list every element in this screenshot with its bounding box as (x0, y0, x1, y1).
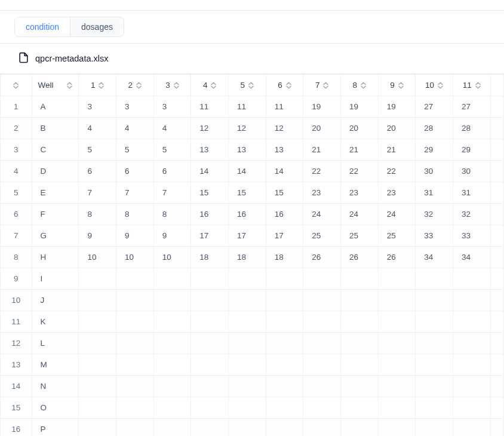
cell[interactable] (340, 311, 378, 333)
cell[interactable]: 34 (416, 247, 453, 268)
col-header-6[interactable]: 6 (266, 75, 303, 96)
cell[interactable] (153, 354, 191, 376)
cell[interactable] (416, 290, 453, 311)
cell-well[interactable]: B (32, 118, 79, 139)
cell-well[interactable]: K (32, 311, 79, 333)
sort-icon[interactable] (99, 82, 104, 89)
cell[interactable] (191, 397, 229, 419)
cell[interactable] (416, 419, 453, 437)
cell[interactable]: 23 (303, 182, 341, 204)
sort-icon[interactable] (136, 82, 142, 89)
cell[interactable] (191, 419, 229, 437)
cell[interactable] (153, 419, 191, 437)
cell[interactable]: 5 (79, 139, 116, 161)
cell[interactable] (153, 290, 191, 311)
cell[interactable]: 11 (266, 96, 303, 118)
cell[interactable]: 27 (453, 96, 490, 118)
cell-well[interactable]: E (32, 182, 79, 204)
cell[interactable] (191, 376, 229, 397)
cell[interactable]: 30 (453, 161, 490, 182)
cell[interactable] (303, 354, 341, 376)
cell-well[interactable]: C (32, 139, 79, 161)
cell[interactable]: 3 (153, 96, 191, 118)
cell[interactable] (116, 290, 154, 311)
cell[interactable] (416, 354, 453, 376)
cell[interactable]: 13 (191, 139, 229, 161)
cell[interactable]: 12 (266, 118, 303, 139)
cell[interactable]: 31 (416, 182, 453, 204)
cell[interactable]: 8 (116, 204, 154, 225)
cell[interactable]: 7 (116, 182, 154, 204)
cell-well[interactable]: O (32, 397, 79, 419)
cell[interactable] (191, 354, 229, 376)
cell[interactable] (116, 419, 154, 437)
cell[interactable] (79, 354, 116, 376)
cell[interactable]: 9 (79, 225, 116, 247)
cell[interactable] (303, 419, 341, 437)
cell[interactable]: 6 (153, 161, 191, 182)
cell[interactable] (153, 333, 191, 354)
cell[interactable]: 29 (416, 139, 453, 161)
cell[interactable]: 20 (378, 118, 416, 139)
cell[interactable]: 30 (416, 161, 453, 182)
cell[interactable]: 25 (340, 225, 378, 247)
cell[interactable] (453, 311, 490, 333)
cell[interactable] (116, 311, 154, 333)
cell[interactable]: 14 (229, 161, 266, 182)
cell[interactable] (303, 333, 341, 354)
col-header-7[interactable]: 7 (303, 75, 341, 96)
cell[interactable] (153, 311, 191, 333)
cell[interactable]: 22 (378, 161, 416, 182)
cell[interactable] (229, 376, 266, 397)
cell[interactable]: 22 (303, 161, 341, 182)
cell[interactable] (378, 397, 416, 419)
cell[interactable]: 32 (416, 204, 453, 225)
cell[interactable] (340, 290, 378, 311)
cell[interactable]: 20 (303, 118, 341, 139)
cell[interactable]: 29 (453, 139, 490, 161)
cell[interactable]: 9 (116, 225, 154, 247)
cell[interactable]: 3 (79, 96, 116, 118)
cell[interactable]: 4 (153, 118, 191, 139)
sort-icon[interactable] (323, 82, 328, 89)
cell-well[interactable]: L (32, 333, 79, 354)
cell[interactable]: 5 (116, 139, 154, 161)
cell[interactable] (378, 268, 416, 290)
cell[interactable] (303, 268, 341, 290)
cell[interactable] (266, 419, 303, 437)
cell[interactable]: 15 (191, 182, 229, 204)
sort-icon[interactable] (67, 82, 72, 89)
cell[interactable] (266, 268, 303, 290)
cell[interactable]: 11 (229, 96, 266, 118)
cell[interactable]: 4 (79, 118, 116, 139)
cell[interactable] (378, 311, 416, 333)
col-header-11[interactable]: 11 (453, 75, 490, 96)
cell[interactable] (266, 290, 303, 311)
cell[interactable] (79, 397, 116, 419)
cell[interactable]: 18 (229, 247, 266, 268)
cell-well[interactable]: N (32, 376, 79, 397)
cell[interactable]: 7 (153, 182, 191, 204)
cell[interactable]: 15 (266, 182, 303, 204)
cell[interactable]: 19 (340, 96, 378, 118)
cell[interactable] (453, 268, 490, 290)
cell[interactable]: 34 (453, 247, 490, 268)
tab-dosages[interactable]: dosages (70, 17, 124, 36)
cell[interactable] (116, 333, 154, 354)
sort-icon[interactable] (13, 82, 19, 89)
col-header-2[interactable]: 2 (116, 75, 154, 96)
sort-icon[interactable] (398, 82, 404, 89)
cell[interactable]: 21 (340, 139, 378, 161)
cell[interactable]: 21 (378, 139, 416, 161)
cell[interactable]: 24 (340, 204, 378, 225)
cell[interactable] (378, 333, 416, 354)
cell[interactable] (303, 311, 341, 333)
cell[interactable]: 23 (340, 182, 378, 204)
cell[interactable]: 18 (266, 247, 303, 268)
cell[interactable] (79, 311, 116, 333)
cell[interactable] (229, 419, 266, 437)
cell[interactable]: 27 (416, 96, 453, 118)
cell[interactable] (153, 268, 191, 290)
sort-icon[interactable] (475, 82, 481, 89)
cell[interactable] (153, 397, 191, 419)
